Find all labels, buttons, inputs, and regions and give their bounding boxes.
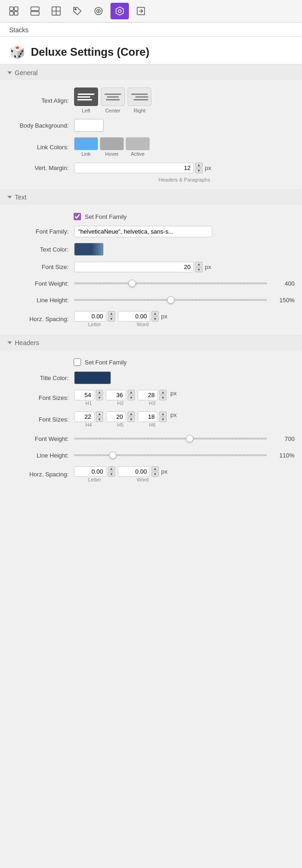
link-color-active-item: Active [126,137,150,157]
h3-item: ▲ ▼ H3 [138,390,167,406]
text-word-spacing-item: ▲ ▼ px Word [118,311,168,327]
general-section-header[interactable]: General [0,65,302,80]
font-sizes-1-row: Font Sizes: ▲ ▼ H1 [0,387,302,409]
text-line-height-slider[interactable] [74,299,267,301]
headers-letter-up[interactable]: ▲ [108,466,115,471]
h1-input[interactable] [74,390,94,400]
headers-font-weight-slider[interactable] [74,438,267,440]
h1-down[interactable]: ▼ [96,395,103,400]
body-background-swatch[interactable] [74,119,104,132]
tag-icon[interactable] [68,3,87,19]
headers-word-down[interactable]: ▼ [151,472,159,477]
title-color-label: Title Color: [7,375,74,381]
layout-2-icon[interactable] [26,3,44,19]
text-color-swatch[interactable] [74,243,104,256]
h6-input[interactable] [138,411,158,422]
headers-section-header[interactable]: Headers [0,334,302,350]
page-header: 🎲 Deluxe Settings (Core) [0,37,302,65]
vert-margin-down[interactable]: ▼ [195,168,203,173]
text-word-spacing-input[interactable] [118,311,150,322]
h3-down[interactable]: ▼ [159,395,167,400]
h4-label: H4 [85,422,92,428]
export-icon[interactable] [132,3,150,19]
text-letter-spinner: ▲ ▼ [108,311,115,322]
font-sizes-2-label: Font Sizes: [7,416,74,423]
text-word-spinner: ▲ ▼ [151,311,159,322]
text-set-font-family-checkbox[interactable] [74,213,81,220]
text-word-down[interactable]: ▼ [151,317,159,322]
h5-item: ▲ ▼ H5 [106,411,135,428]
link-colors-label: Link Colors: [7,144,74,151]
text-letter-up[interactable]: ▲ [108,311,115,316]
h1-up[interactable]: ▲ [96,390,103,395]
vert-margin-control: ▲ ▼ px [74,163,295,173]
text-letter-spacing-input[interactable] [74,311,106,322]
h2-down[interactable]: ▼ [128,395,135,400]
layout-1-icon[interactable] [5,3,23,19]
headers-word-up[interactable]: ▲ [151,466,159,471]
h4-down[interactable]: ▼ [96,417,103,422]
vert-margin-unit: px [205,164,211,171]
align-center-label: Center [101,108,125,113]
hex-icon[interactable] [110,3,129,19]
text-label: Text [15,194,27,201]
align-left-button[interactable] [74,88,98,106]
text-font-size-down[interactable]: ▼ [195,267,203,272]
text-word-up[interactable]: ▲ [151,311,159,316]
headers-letter-down[interactable]: ▼ [108,472,115,477]
headers-letter-label: Letter [88,477,101,482]
vert-margin-up[interactable]: ▲ [195,163,203,168]
h3-input[interactable] [138,390,158,400]
h5-input[interactable] [106,411,126,422]
title-color-swatch[interactable] [74,371,111,384]
text-font-size-spinner: ▲ ▼ [195,262,203,272]
h4-wrap: ▲ ▼ [74,411,103,422]
page-title: Deluxe Settings (Core) [31,46,149,59]
headers-word-spacing-input[interactable] [118,466,150,477]
h5-down[interactable]: ▼ [128,417,135,422]
text-set-font-family-row: Set Font Family [0,209,302,223]
h5-up[interactable]: ▲ [128,411,135,416]
text-set-font-family-label: Set Font Family [85,213,127,220]
h4-up[interactable]: ▲ [96,411,103,416]
text-font-size-input[interactable] [74,262,194,272]
headers-section-body: Set Font Family Title Color: Font Sizes:… [0,350,302,490]
layout-3-icon[interactable] [47,3,65,19]
general-section: General Text Align: Left [0,65,302,189]
headers-line-height-label: Line Height: [7,452,74,459]
text-font-weight-slider[interactable] [74,282,267,284]
link-color-active-swatch[interactable] [126,137,150,150]
headers-font-weight-label: Font Weight: [7,435,74,442]
align-center-button[interactable] [101,88,125,106]
h6-down[interactable]: ▼ [159,417,167,422]
h3-up[interactable]: ▲ [159,390,167,395]
h2-up[interactable]: ▲ [128,390,135,395]
body-background-row: Body Background: [0,116,302,135]
page-icon: 🎲 [9,44,25,59]
headers-line-height-slider[interactable] [74,454,267,456]
headers-letter-spacing-input[interactable] [74,466,106,477]
vert-margin-input[interactable] [74,163,194,173]
title-color-control [74,371,295,384]
target-icon[interactable] [89,3,108,19]
h6-up[interactable]: ▲ [159,411,167,416]
h4-input[interactable] [74,411,94,422]
svg-rect-1 [14,7,18,11]
text-letter-down[interactable]: ▼ [108,317,115,322]
font-family-input[interactable] [74,226,212,237]
vert-margin-sub: Headers & Paragraphs [0,176,302,184]
link-color-link-swatch[interactable] [74,137,98,150]
align-right-button[interactable] [128,88,151,106]
text-font-size-up[interactable]: ▲ [195,262,203,267]
text-horz-spacing-row: Horz. Spacing: ▲ ▼ Letter [0,308,302,330]
text-collapse-icon [7,196,12,199]
headers-set-font-family-checkbox[interactable] [74,358,81,366]
font-sizes-1-unit: px [170,390,177,397]
text-section-header[interactable]: Text [0,189,302,205]
link-color-hover-swatch[interactable] [100,137,124,150]
h2-item: ▲ ▼ H2 [106,390,135,406]
text-line-height-value: 150% [272,297,295,304]
svg-marker-13 [116,7,123,15]
headers-letter-spacing-wrap: ▲ ▼ [74,466,115,477]
h2-input[interactable] [106,390,126,400]
